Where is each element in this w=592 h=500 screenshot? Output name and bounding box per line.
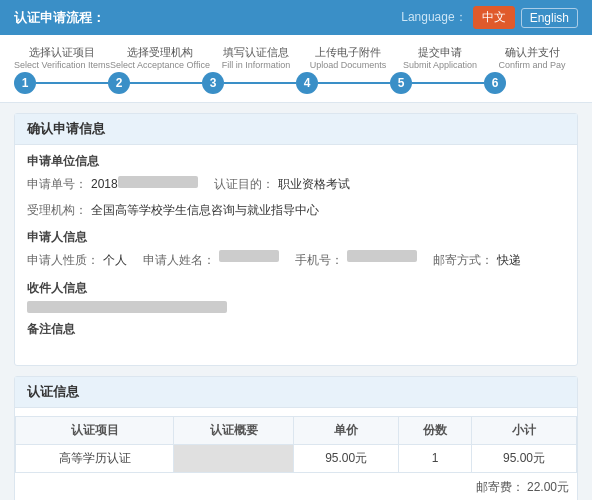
cert-section-card: 认证信息 认证项目 认证概要 单价 份数 小计 高等学历认证: [14, 376, 578, 500]
step-conn-2: [130, 82, 202, 84]
step-node-5: 5: [390, 72, 484, 94]
steps-labels-row: 选择认证项目 Select Verification Items 选择受理机构 …: [14, 45, 578, 70]
step-conn-4: [318, 82, 390, 84]
language-label: Language：: [401, 9, 466, 26]
step-label-1: 选择认证项目 Select Verification Items: [14, 45, 110, 70]
applicant-person-group: 申请人信息 申请人性质： 个人 申请人姓名： 手机号：: [27, 229, 565, 272]
cert-table-header-row: 认证项目 认证概要 单价 份数 小计: [16, 416, 577, 444]
step-dot-4: 4: [296, 72, 318, 94]
recipient-group: 收件人信息: [27, 280, 565, 313]
confirm-section-body: 申请单位信息 申请单号： 2018 认证目的： 职业资格考试 受理机构： 全国高…: [15, 145, 577, 365]
remark-title: 备注信息: [27, 321, 565, 338]
step-conn-3: [224, 82, 296, 84]
recipient-row: [27, 301, 565, 313]
person-type-item: 申请人性质： 个人: [27, 250, 127, 272]
step-dot-2: 2: [108, 72, 130, 94]
step-dot-1: 1: [14, 72, 36, 94]
step-node-2: 2: [108, 72, 202, 94]
order-label: 申请单号：: [27, 174, 87, 196]
person-name-item: 申请人姓名：: [143, 250, 279, 272]
person-name-label: 申请人姓名：: [143, 250, 215, 272]
cert-row-price: 95.00元: [294, 444, 399, 472]
cert-section-header: 认证信息: [15, 377, 577, 408]
lang-en-button[interactable]: English: [521, 8, 578, 28]
cert-table-header-item: 认证项目: [16, 416, 174, 444]
person-mail-item: 邮寄方式： 快递: [433, 250, 521, 272]
step-label-6: 确认并支付 Confirm and Pay: [486, 45, 578, 70]
step-node-1: 1: [14, 72, 108, 94]
person-type-value: 个人: [103, 250, 127, 272]
step-label-2: 选择受理机构 Select Acceptance Office: [110, 45, 210, 70]
person-name-value: [219, 250, 279, 262]
postage-value: 22.00元: [527, 480, 569, 494]
cert-table-header-subtotal: 小计: [472, 416, 577, 444]
main-content: 确认申请信息 申请单位信息 申请单号： 2018 认证目的： 职业资格考试 受理…: [0, 103, 592, 500]
step-node-6: 6: [484, 72, 578, 94]
top-bar: 认证申请流程： Language： 中文 English: [0, 0, 592, 35]
person-mail-value: 快递: [497, 250, 521, 272]
step-node-4: 4: [296, 72, 390, 94]
cert-type-item: 认证目的： 职业资格考试: [214, 174, 350, 196]
cert-table-header-qty: 份数: [399, 416, 472, 444]
order-value: 2018: [91, 174, 198, 196]
step-label-5: 提交申请 Submit Application: [394, 45, 486, 70]
step-label-4: 上传电子附件 Upload Documents: [302, 45, 394, 70]
step-dot-5: 5: [390, 72, 412, 94]
steps-circles-row: 1 2 3 4 5 6: [14, 72, 578, 94]
step-conn-5: [412, 82, 484, 84]
lang-zh-button[interactable]: 中文: [473, 6, 515, 29]
cert-row-qty: 1: [399, 444, 472, 472]
cert-table-row: 高等学历认证 95.00元 1 95.00元: [16, 444, 577, 472]
page-title: 认证申请流程：: [14, 9, 105, 27]
remark-group: 备注信息: [27, 321, 565, 349]
cert-row-item: 高等学历认证: [16, 444, 174, 472]
cert-table-header-summary: 认证概要: [174, 416, 294, 444]
applicant-org-title: 申请单位信息: [27, 153, 565, 170]
cert-section-body: 认证项目 认证概要 单价 份数 小计 高等学历认证 95.00元 1 95.00…: [15, 408, 577, 500]
person-phone-item: 手机号：: [295, 250, 417, 272]
step-conn-1: [36, 82, 108, 84]
postage-label: 邮寄费：: [476, 480, 524, 494]
cert-table-header-price: 单价: [294, 416, 399, 444]
cert-type-label: 认证目的：: [214, 174, 274, 196]
step-bar: 选择认证项目 Select Verification Items 选择受理机构 …: [0, 35, 592, 103]
postage-row: 邮寄费： 22.00元: [23, 477, 569, 498]
steps-wrapper: 选择认证项目 Select Verification Items 选择受理机构 …: [14, 45, 578, 94]
subtotals-area: 邮寄费： 22.00元 总计： 117.00元: [15, 473, 577, 500]
step-node-3: 3: [202, 72, 296, 94]
org-value: 全国高等学校学生信息咨询与就业指导中心: [91, 200, 319, 222]
applicant-person-title: 申请人信息: [27, 229, 565, 246]
confirm-section-header: 确认申请信息: [15, 114, 577, 145]
language-switcher: Language： 中文 English: [401, 6, 578, 29]
org-item: 受理机构： 全国高等学校学生信息咨询与就业指导中心: [27, 200, 319, 222]
cert-row-summary: [174, 444, 294, 472]
applicant-person-row: 申请人性质： 个人 申请人姓名： 手机号： 邮寄方式： 快递: [27, 250, 565, 272]
person-mail-label: 邮寄方式：: [433, 250, 493, 272]
step-dot-6: 6: [484, 72, 506, 94]
org-label: 受理机构：: [27, 200, 87, 222]
person-phone-label: 手机号：: [295, 250, 343, 272]
person-type-label: 申请人性质：: [27, 250, 99, 272]
cert-row-subtotal: 95.00元: [472, 444, 577, 472]
recipient-title: 收件人信息: [27, 280, 565, 297]
cert-type-value: 职业资格考试: [278, 174, 350, 196]
step-label-3: 填写认证信息 Fill in Information: [210, 45, 302, 70]
order-item: 申请单号： 2018: [27, 174, 198, 196]
confirm-section-card: 确认申请信息 申请单位信息 申请单号： 2018 认证目的： 职业资格考试 受理…: [14, 113, 578, 366]
cert-table: 认证项目 认证概要 单价 份数 小计 高等学历认证 95.00元 1 95.00…: [15, 416, 577, 473]
applicant-org-group: 申请单位信息 申请单号： 2018 认证目的： 职业资格考试 受理机构： 全国高…: [27, 153, 565, 221]
applicant-org-row: 申请单号： 2018 认证目的： 职业资格考试 受理机构： 全国高等学校学生信息…: [27, 174, 565, 221]
recipient-value: [27, 301, 227, 313]
person-phone-value: [347, 250, 417, 262]
step-dot-3: 3: [202, 72, 224, 94]
